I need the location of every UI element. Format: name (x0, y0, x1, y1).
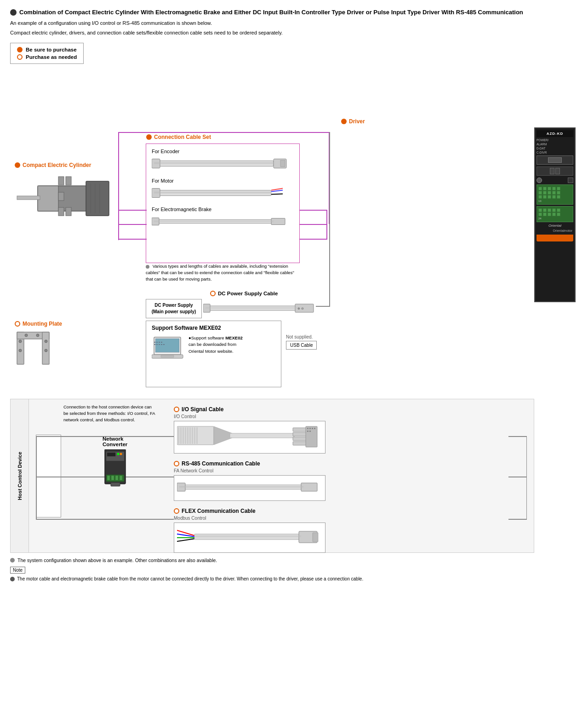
dc-power-supply-box: DC Power Supply(Main power supply) (146, 299, 202, 318)
svg-rect-70 (185, 427, 186, 444)
main-diagram: Driver AZD-KD POWER/ ALARM D-DAT C-DIVR (10, 72, 578, 394)
dc-gray-vline (329, 132, 330, 307)
right-cables-column: I/O Signal Cable I/O Control (174, 406, 514, 557)
driver-component: AZD-KD POWER/ ALARM D-DAT C-DIVR (534, 127, 576, 302)
terminal-row-4 (538, 208, 571, 212)
svg-rect-15 (280, 161, 285, 167)
terminal-row-1 (538, 187, 571, 190)
conn-line-top3 (118, 239, 147, 240)
motor-row: For Motor (146, 176, 299, 205)
host-hline-3 (36, 519, 174, 520)
svg-rect-88 (309, 431, 311, 432)
page-title: Combination of Compact Electric Cylinder… (19, 8, 523, 17)
flex-cable-svg (177, 526, 320, 549)
svg-rect-1 (38, 186, 58, 211)
cable-set-label-row: Connection Cable Set (146, 134, 211, 140)
software-title: Support Software MEXE02 (152, 325, 275, 331)
conn-line-top1 (118, 210, 147, 211)
rs485-cable-box (174, 475, 325, 501)
bottom-note: The system configuration shown above is … (10, 557, 578, 563)
note-section: Note The motor cable and electromagnetic… (10, 567, 578, 581)
svg-rect-67 (178, 427, 179, 444)
svg-rect-65 (111, 482, 120, 486)
dc-cable-area: ⊕ ⊖ (203, 301, 318, 318)
cylinder-section: Compact Electric Cylinder (15, 162, 111, 228)
note-text: The motor cable and electromagnetic brak… (17, 576, 363, 581)
software-box: Support Software MEXE02 (146, 321, 281, 387)
svg-line-20 (271, 190, 283, 192)
driver-alarm-row: ALARM (537, 143, 573, 146)
svg-rect-91 (301, 483, 317, 491)
svg-rect-83 (307, 428, 308, 429)
em-brake-cable-svg (152, 214, 287, 230)
rs485-cable-svg (177, 478, 320, 497)
svg-point-51 (45, 340, 47, 343)
filled-circle-icon (17, 47, 23, 52)
motor-cable-svg (152, 186, 287, 202)
driver-dot-icon (341, 119, 347, 124)
svg-line-96 (177, 539, 195, 541)
software-content: Support Software MEXE02 (146, 321, 281, 366)
svg-point-54 (36, 334, 39, 337)
svg-rect-32 (206, 307, 297, 309)
svg-rect-87 (307, 431, 308, 432)
driver-comm-row: C-DIVR (537, 151, 573, 154)
svg-rect-16 (154, 162, 274, 164)
svg-marker-76 (214, 426, 232, 445)
encoder-label: For Encoder (152, 149, 294, 154)
driver-connector2 (537, 167, 573, 176)
software-body: ●Support software MEXE02 can be download… (152, 335, 275, 362)
rs485-label-row: RS-485 Communication Cable (174, 460, 514, 467)
terminal-row-2 (538, 191, 571, 195)
svg-rect-75 (196, 427, 198, 444)
io-signal-label-row: I/O Signal Cable (174, 406, 514, 413)
laptop-icon (152, 335, 184, 362)
mounting-plate-svg (15, 330, 61, 371)
io-cable-svg (177, 424, 320, 449)
flex-dot-icon (174, 508, 179, 514)
conn-vline-right (326, 210, 327, 240)
conn-vline-outer-left (118, 132, 119, 210)
driver-orange-tab (537, 235, 573, 241)
svg-rect-6 (58, 207, 64, 216)
subtitle1: An example of a configuration using I/O … (10, 19, 578, 27)
svg-rect-86 (314, 428, 315, 429)
cylinder-label-row: Compact Electric Cylinder (15, 162, 111, 168)
svg-point-49 (19, 340, 22, 343)
note-bullet-icon (10, 577, 15, 581)
svg-rect-100 (195, 535, 301, 537)
svg-rect-80 (293, 437, 307, 441)
em-brake-label: For Electromagnetic Brake (152, 207, 294, 212)
oriental-text: Oriental (537, 224, 573, 228)
driver-knob-row (537, 178, 573, 183)
encoder-cable-svg (152, 156, 287, 172)
cylinder-dot-icon (15, 162, 20, 168)
svg-text:⊕ ⊖: ⊕ ⊖ (297, 307, 304, 310)
svg-rect-5 (66, 177, 71, 185)
svg-rect-81 (293, 442, 307, 445)
terminal-row-3 (538, 195, 571, 199)
cable-set-dot-icon (146, 134, 152, 140)
mounting-dot-icon (15, 321, 20, 327)
network-converter-svg (103, 449, 128, 488)
host-device-label: Host Control Device (17, 452, 23, 500)
svg-rect-43 (159, 344, 160, 345)
network-converter-label: Network Converter (103, 436, 128, 447)
driver-label-area: Driver (341, 118, 365, 125)
svg-rect-34 (155, 339, 179, 352)
svg-rect-23 (154, 192, 271, 194)
svg-rect-64 (120, 476, 122, 480)
title-bullet-icon (10, 9, 17, 16)
svg-rect-78 (293, 428, 307, 431)
modbus-label: Modbus Control (174, 516, 514, 521)
dc-cable-svg: ⊕ ⊖ (203, 301, 318, 317)
cable-set-box: Connection Cable Set For Encoder For Mot… (146, 144, 300, 263)
svg-rect-79 (293, 432, 307, 436)
svg-rect-73 (192, 427, 193, 444)
svg-point-53 (25, 334, 28, 337)
encoder-row: For Encoder (146, 144, 299, 176)
host-control-area: Host Control Device Connection to the ho… (10, 399, 534, 553)
mounting-label-row: Mounting Plate (15, 321, 62, 327)
usb-cable-label: USB Cable (290, 343, 313, 348)
dc-gray-hline (316, 306, 330, 307)
